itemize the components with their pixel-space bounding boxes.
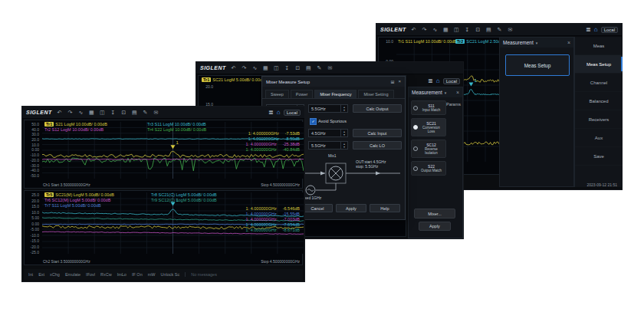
load-icon[interactable]: ↧ xyxy=(464,26,471,33)
Input Match[interactable]: S11 Input Match xyxy=(411,100,446,115)
undo-icon[interactable]: ↶ xyxy=(230,64,237,71)
display-icon[interactable]: ◫ xyxy=(453,26,460,33)
Output Match[interactable]: S22 Output Match xyxy=(411,161,446,176)
dialog-tab[interactable]: Sweep xyxy=(265,90,289,98)
local-indicator[interactable]: Local xyxy=(284,110,301,116)
signal-icon[interactable]: ∿ xyxy=(432,26,439,33)
soft-menu-item[interactable]: Save xyxy=(575,147,623,166)
spinner-icon[interactable]: ▴▾ xyxy=(340,105,347,112)
local-indicator[interactable]: Local xyxy=(443,78,460,84)
window-chrome: ≣ ⌂ Local xyxy=(586,26,618,33)
soft-menu-item[interactable]: Aux xyxy=(575,129,623,147)
marker-readout: 1: 4.000000GHz-7.003dB xyxy=(246,217,300,222)
trace-label[interactable]: Tr8 SC21(C) LogM 5.00dB/ 0.00dB xyxy=(151,192,217,197)
soft-menu-item[interactable]: Channel xyxy=(575,74,623,92)
layout-icon[interactable]: ▦ xyxy=(442,26,449,33)
calc-input-button[interactable]: Calc Input xyxy=(353,129,402,137)
preset-icon[interactable]: ⊡ xyxy=(475,26,481,33)
print-icon[interactable]: ✎ xyxy=(496,26,503,33)
layout-icon[interactable]: ▦ xyxy=(88,109,95,116)
restore-icon[interactable]: ⊞ xyxy=(390,79,394,84)
help-button[interactable]: Help xyxy=(370,204,400,212)
close-icon[interactable]: × xyxy=(398,79,401,84)
preset-icon[interactable]: ⊡ xyxy=(120,109,127,116)
chart-panel-1: 50.040.030.020.010.00.00-10.0-20.0-30.0-… xyxy=(24,120,303,189)
undo-icon[interactable]: ↶ xyxy=(56,109,63,116)
display-icon[interactable]: ◫ xyxy=(99,109,106,116)
hamburger-menu-icon[interactable]: ≣ xyxy=(586,26,591,33)
spinner-icon[interactable]: ▴▾ xyxy=(340,142,347,149)
trace-label[interactable]: Tr7 S11 LogM 5.00dB/ 0.00dB xyxy=(44,203,114,208)
display-icon[interactable]: ◫ xyxy=(273,64,280,71)
load-icon[interactable]: ↧ xyxy=(110,109,117,116)
redo-icon[interactable]: ↷ xyxy=(67,109,74,116)
marker-readout: 1: 4.000000GHz-6.546dB xyxy=(246,206,300,211)
load-icon[interactable]: ↧ xyxy=(284,64,291,71)
calc-lo-button[interactable]: Calc LO xyxy=(353,141,402,150)
status-item: xChg xyxy=(50,272,60,277)
stop-frequency: Stop 4.500000000GHz xyxy=(261,182,300,187)
screenshot-icon[interactable]: ✉ xyxy=(153,109,159,116)
dialog-tab[interactable]: Mixer Frequency xyxy=(314,90,356,98)
layout-icon[interactable]: ▦ xyxy=(262,64,269,71)
close-icon[interactable]: × xyxy=(567,40,570,45)
chart-panel-2: 25.020.015.010.05.000.00-5.00-10.0-15.0-… xyxy=(24,190,303,265)
siglent-logo: SIGLENT xyxy=(26,110,52,115)
redo-icon[interactable]: ↷ xyxy=(421,26,428,33)
mixer-setup-button[interactable]: Mixer... xyxy=(414,209,455,219)
signal-icon[interactable]: ∿ xyxy=(77,109,84,116)
trace-label[interactable]: Tr1S21 LogM 10.00dB/ 0.00dB xyxy=(44,122,107,127)
avoid-spurious-checkbox[interactable]: ✓ xyxy=(310,118,317,125)
trace-label[interactable]: Tr3 S11 LogM 10.00dB/ 0.00dB xyxy=(147,122,206,127)
redo-icon[interactable]: ↷ xyxy=(241,64,248,71)
trace-label-left[interactable]: Tr1 S11 LogM 10.00dB/ 0.00dB xyxy=(398,39,457,44)
preset-icon[interactable]: ⊡ xyxy=(294,64,301,71)
local-indicator[interactable]: Local xyxy=(601,27,618,33)
print-icon[interactable]: ✎ xyxy=(316,64,323,71)
input-calc-field[interactable]: 4.5GHz▴▾ xyxy=(308,129,348,137)
dialog-tab[interactable]: Power xyxy=(291,90,314,98)
signal-icon[interactable]: ∿ xyxy=(251,64,258,71)
status-item: IFovl xyxy=(86,272,95,277)
home-icon[interactable]: ⌂ xyxy=(277,109,281,116)
trace-label[interactable]: Tr4 S22 LogM 10.00dB/ 0.00dB xyxy=(147,127,206,132)
soft-menu-item[interactable]: Receivers xyxy=(575,110,623,129)
trace-label[interactable]: Tr9 SC12(C) LogM 5.00dB/ 0.00dB xyxy=(151,198,217,202)
save-icon[interactable]: ▤ xyxy=(131,109,138,116)
screenshot-icon[interactable]: ✉ xyxy=(327,64,334,71)
spinner-icon[interactable]: ▴▾ xyxy=(340,130,347,136)
Conversion Loss[interactable]: SC21 Conversion Loss xyxy=(411,118,446,136)
save-icon[interactable]: ▤ xyxy=(305,64,312,71)
mixer-tag: Mix1 xyxy=(328,153,337,158)
dialog-tab[interactable]: Mixer Setting xyxy=(358,90,393,98)
apply-button[interactable]: Apply xyxy=(419,222,451,231)
home-icon[interactable]: ⌂ xyxy=(436,77,440,84)
toolbar: ↶↷∿▦◫↧⊡▤✎✉ xyxy=(56,109,159,116)
soft-menu-item[interactable]: Balanced xyxy=(575,92,623,110)
screenshot-icon[interactable]: ✉ xyxy=(507,26,514,33)
print-icon[interactable]: ✎ xyxy=(142,109,149,116)
close-icon[interactable]: × xyxy=(456,90,459,95)
soft-menu-item[interactable]: Meas Setup xyxy=(575,55,623,74)
save-icon[interactable]: ▤ xyxy=(485,26,492,33)
undo-icon[interactable]: ↶ xyxy=(410,26,417,33)
Reverse Isolation[interactable]: SC12 Reverse Isolation xyxy=(411,140,446,158)
hamburger-menu-icon[interactable]: ≣ xyxy=(268,109,274,116)
trace-label[interactable]: Tr6 SC12(M) LogM 5.00dB/ 0.00dB xyxy=(44,198,114,202)
output-stop-field[interactable]: 5.5GHz▴▾ xyxy=(308,104,348,113)
marker-readouts: 1: 4.000000GHz-7.53dB1: 4.000000GHz-8.50… xyxy=(246,131,300,152)
trace-label-active[interactable]: Tr1SC21 LogM 5.00dB/ 0.00dB xyxy=(202,77,265,82)
home-icon[interactable]: ⌂ xyxy=(594,26,598,33)
trace-label[interactable]: Tr5SC21(M) LogM 5.00dB/ 0.00dB xyxy=(44,192,114,197)
meas-setup-button[interactable]: Meas Setup xyxy=(505,54,570,76)
caret-down-icon[interactable]: ▾ xyxy=(536,41,538,45)
trace-labels-right: Tr8 SC21(C) LogM 5.00dB/ 0.00dBTr9 SC12(… xyxy=(151,192,217,202)
trace-label[interactable]: Tr2 S12 LogM 10.00dB/ 0.00dB xyxy=(44,127,107,132)
lo-calc-field[interactable]: 5.5GHz▴▾ xyxy=(308,141,348,150)
cancel-button[interactable]: Cancel xyxy=(302,204,333,212)
hamburger-menu-icon[interactable]: ≣ xyxy=(428,77,433,84)
calc-output-button[interactable]: Calc Output xyxy=(353,104,402,113)
caret-down-icon[interactable]: ▾ xyxy=(445,90,447,95)
soft-menu-item[interactable]: Meas xyxy=(575,37,623,55)
apply-button[interactable]: Apply xyxy=(336,204,366,212)
